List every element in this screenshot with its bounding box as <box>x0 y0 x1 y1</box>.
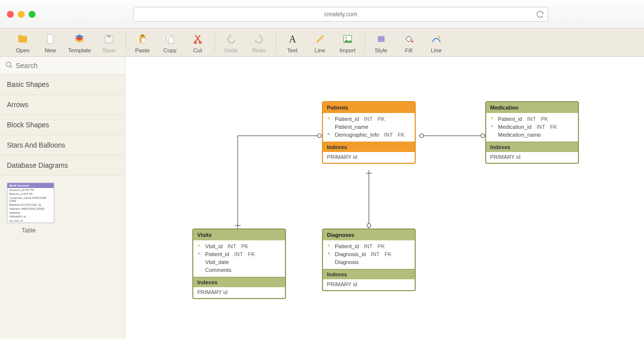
svg-point-17 <box>481 134 485 138</box>
blank-key-icon <box>327 124 332 129</box>
line-icon <box>314 33 326 45</box>
entity-column[interactable]: Comments <box>196 266 282 274</box>
save-button[interactable]: Save <box>97 32 121 54</box>
foreign-key-icon <box>327 252 332 257</box>
text-button[interactable]: AText <box>281 32 304 54</box>
paste-icon <box>136 33 149 45</box>
sidebar-category[interactable]: Arrows <box>0 95 125 115</box>
entity-column[interactable]: Medication_name <box>489 131 575 139</box>
entity-column[interactable]: Diagnosis_idINTFK <box>326 250 412 258</box>
cut-button[interactable]: Cut <box>186 32 210 54</box>
entity-column[interactable]: Patient_idINTPK <box>326 242 412 250</box>
table-shape-thumb[interactable]: Bank Account Account_id INT PKBranch_id … <box>7 183 54 223</box>
diagram-canvas[interactable]: PatientsPatient_idINTPKPatient_nameDemog… <box>125 57 644 339</box>
blank-key-icon <box>490 132 495 137</box>
entity-column[interactable]: Patient_idINTFK <box>196 250 282 258</box>
column-kw: PK <box>378 116 385 122</box>
entity-column[interactable]: Diagnosis <box>326 258 412 266</box>
file-icon <box>44 33 57 45</box>
undo-icon <box>225 33 238 45</box>
undo-button[interactable]: Undo <box>219 32 243 54</box>
toolbar-button-label: Save <box>103 47 115 53</box>
window-zoom-icon[interactable] <box>29 11 36 18</box>
thumb-title: Bank Account <box>7 183 54 188</box>
toolbar-button-label: Line <box>315 47 325 53</box>
column-name: Diagnosis_id <box>335 251 366 257</box>
svg-point-7 <box>194 41 196 43</box>
copy-button[interactable]: Copy <box>158 32 182 54</box>
entity-column[interactable]: Visit_idINTPK <box>196 242 282 250</box>
address-bar[interactable]: creately.com <box>133 7 548 22</box>
entity-diagnoses[interactable]: DiagnosesPatient_idINTPKDiagnosis_idINTF… <box>322 228 416 291</box>
fill-button[interactable]: Fill <box>397 32 421 54</box>
sidebar-category[interactable]: Basic Shapes <box>0 75 125 95</box>
svg-point-21 <box>328 133 329 135</box>
entity-column[interactable]: Visit_date <box>196 258 282 266</box>
template-button[interactable]: Template <box>66 32 93 54</box>
svg-rect-6 <box>169 37 174 43</box>
svg-point-8 <box>199 41 201 43</box>
column-kw: FK <box>550 124 557 130</box>
entity-column[interactable]: Patient_idINTPK <box>326 115 412 123</box>
svg-point-22 <box>491 117 493 119</box>
entity-indexes-label: Indexes <box>323 269 415 279</box>
toolbar-group-file: OpenNewTemplateSave <box>6 32 126 54</box>
foreign-key-icon <box>490 124 495 129</box>
sidebar-category[interactable]: Database Diagrams <box>0 155 125 176</box>
search-input[interactable] <box>16 62 120 70</box>
style-button[interactable]: Style <box>369 32 393 54</box>
entity-medication[interactable]: MedicationPatient_idINTPKMedication_idIN… <box>485 101 579 164</box>
entity-columns: Patient_idINTPKPatient_nameDemographic_I… <box>323 113 415 142</box>
svg-point-23 <box>491 125 493 127</box>
copy-icon <box>164 33 177 45</box>
redo-button[interactable]: Redo <box>247 32 271 54</box>
sidebar-category[interactable]: Block Shapes <box>0 115 125 135</box>
column-name: Patient_id <box>335 116 359 122</box>
entity-columns: Patient_idINTPKMedication_idINTFKMedicat… <box>486 113 578 142</box>
toolbar-button-label: Import <box>339 47 356 53</box>
line-button[interactable]: Line <box>308 32 332 54</box>
entity-column[interactable]: Medication_idINTFK <box>489 123 575 131</box>
toolbar-button-label: Copy <box>163 47 177 53</box>
open-button[interactable]: Open <box>11 32 35 54</box>
thumb-caption: Table <box>22 227 36 234</box>
line2-button[interactable]: Line <box>425 32 448 54</box>
column-kw: PK <box>541 116 548 122</box>
toolbar-button-label: Text <box>287 47 297 53</box>
window-close-icon[interactable] <box>7 11 14 18</box>
thumb-section: Indexes <box>7 211 54 215</box>
column-kw: FK <box>385 251 392 257</box>
shape-search[interactable] <box>0 57 125 75</box>
new-button[interactable]: New <box>38 32 62 54</box>
svg-point-12 <box>345 37 347 39</box>
primary-key-icon <box>327 116 332 121</box>
window-minimize-icon[interactable] <box>18 11 25 18</box>
entity-column[interactable]: Patient_idINTPK <box>489 115 575 123</box>
svg-point-16 <box>420 134 424 138</box>
reload-icon[interactable] <box>536 10 544 18</box>
column-type: INT <box>527 116 536 122</box>
entity-title: Visits <box>193 229 285 240</box>
thumb-row: Account_id INT PK <box>7 188 54 192</box>
column-kw: FK <box>398 132 405 138</box>
foreign-key-icon <box>327 132 332 137</box>
thumb-index-row: PRIMARY id <box>7 215 54 219</box>
thumb-row: Balance FLOAT [100, 2] <box>7 203 54 207</box>
entity-column[interactable]: Patient_name <box>326 123 412 131</box>
toolbar-group-edit: PasteCopyCut <box>126 32 215 54</box>
entity-columns: Visit_idINTPKPatient_idINTFKVisit_dateCo… <box>193 240 285 277</box>
thumb-index-row: int_min_or <box>7 219 54 223</box>
import-button[interactable]: Import <box>336 32 359 54</box>
entity-index-row: PRIMARY id <box>486 152 578 163</box>
svg-point-15 <box>6 62 11 67</box>
entity-patients[interactable]: PatientsPatient_idINTPKPatient_nameDemog… <box>322 101 416 164</box>
sidebar-category[interactable]: Stars And Balloons <box>0 135 125 155</box>
entity-visits[interactable]: VisitsVisit_idINTPKPatient_idINTFKVisit_… <box>192 228 286 299</box>
toolbar-button-label: Redo <box>252 47 266 53</box>
svg-rect-1 <box>107 35 111 38</box>
paste-button[interactable]: Paste <box>131 32 154 54</box>
column-name: Patient_id <box>335 243 359 249</box>
svg-point-20 <box>328 117 329 119</box>
entity-column[interactable]: Demographic_InfoINTFK <box>326 131 412 139</box>
entity-indexes-label: Indexes <box>323 142 415 152</box>
